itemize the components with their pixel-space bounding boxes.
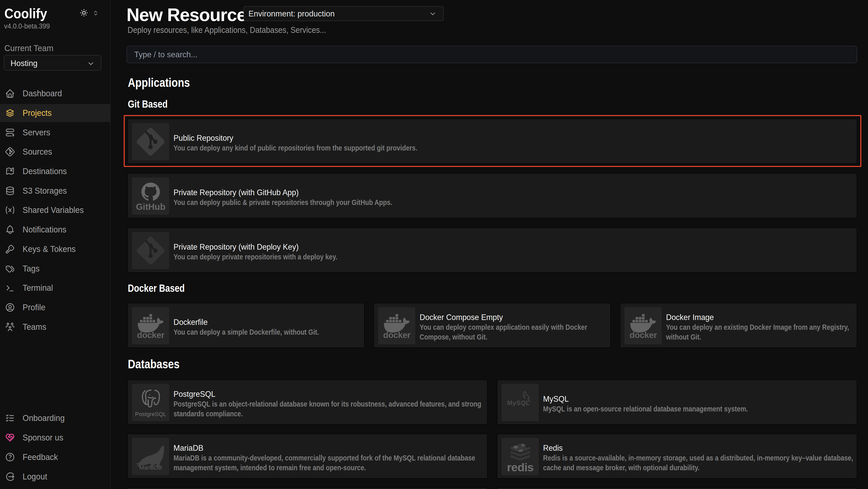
- svg-text:docker: docker: [629, 330, 657, 340]
- svg-text:PostgreSQL: PostgreSQL: [135, 411, 166, 417]
- svg-text:redis: redis: [507, 461, 534, 474]
- svg-text:docker: docker: [137, 330, 164, 340]
- svg-text:GitHub: GitHub: [136, 202, 165, 212]
- svg-text:MariaDB: MariaDB: [139, 464, 162, 470]
- svg-text:docker: docker: [383, 330, 410, 340]
- svg-text:MySQL: MySQL: [507, 399, 530, 406]
